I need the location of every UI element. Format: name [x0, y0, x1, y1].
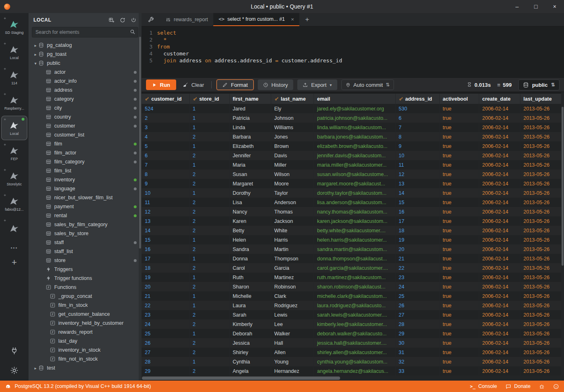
cell-create-date[interactable]: 2006-02-14	[479, 244, 520, 254]
cell-activebool[interactable]: true	[439, 244, 479, 254]
cell-last-name[interactable]: Hernandez	[271, 366, 314, 376]
cell-last-update[interactable]: 2013-05-26	[520, 151, 561, 160]
cell-store-id[interactable]: 2	[189, 216, 229, 226]
cell-create-date[interactable]: 2006-02-14	[479, 235, 520, 244]
cell-last-update[interactable]: 2013-05-26	[520, 348, 561, 357]
cell-address-id[interactable]: 9	[395, 141, 439, 151]
tree-item-film-actor[interactable]: film_actor	[29, 148, 142, 157]
column-header-customer-id[interactable]: customer_id	[142, 94, 189, 104]
cell-email[interactable]: betty.white@sakilacustomer....	[314, 226, 395, 235]
cell-last-update[interactable]: 2013-05-26	[520, 104, 561, 113]
cell-first-name[interactable]: Michelle	[229, 291, 271, 301]
cell-activebool[interactable]: true	[439, 338, 479, 348]
plugin-icon[interactable]	[10, 346, 19, 355]
cell-last-update[interactable]: 2013-05-26	[520, 179, 561, 188]
sidebar-scrollbar-thumb[interactable]	[139, 37, 141, 249]
cell-last-name[interactable]: Jones	[271, 132, 314, 141]
cell-store-id[interactable]: 2	[189, 244, 229, 254]
cell-email[interactable]: karen.jackson@sakilacustom...	[314, 216, 395, 226]
cell-last-name[interactable]: Anderson	[271, 198, 314, 207]
cell-address-id[interactable]: 10	[395, 151, 439, 160]
sql-code[interactable]: select *from customer join address on ad…	[157, 29, 564, 77]
tree-item-address[interactable]: address	[29, 86, 142, 95]
settings-gear-icon[interactable]	[10, 366, 19, 375]
results-horizontal-scrollbar[interactable]	[142, 376, 564, 381]
cell-first-name[interactable]: Jennifer	[229, 151, 271, 160]
cell-last-update[interactable]: 2013-05-26	[520, 319, 561, 329]
cell-activebool[interactable]: true	[439, 198, 479, 207]
cell-activebool[interactable]: true	[439, 319, 479, 329]
cell-last-update[interactable]: 2013-05-26	[520, 291, 561, 301]
cell-create-date[interactable]: 2006-02-14	[479, 310, 520, 319]
cell-email[interactable]: helen.harris@sakilacustomer...	[314, 235, 395, 244]
cell-address-id[interactable]: 14	[395, 188, 439, 198]
cell-address-id[interactable]: 23	[395, 273, 439, 282]
cell-first-name[interactable]: Patricia	[229, 113, 271, 123]
close-tab-icon[interactable]: ×	[291, 16, 294, 22]
cell-last-update[interactable]: 2013-05-26	[520, 357, 561, 366]
cell-create-date[interactable]: 2006-02-14	[479, 282, 520, 291]
cell-last-name[interactable]: Rodriguez	[271, 301, 314, 310]
cell-customer-id[interactable]: 22	[142, 301, 189, 310]
maximize-button[interactable]: □	[526, 0, 545, 13]
cell-email[interactable]: michelle.clark@sakilacustom...	[314, 291, 395, 301]
cell-email[interactable]: sandra.martin@sakilacustom...	[314, 244, 395, 254]
cell-last-name[interactable]: Miller	[271, 160, 314, 170]
tree-item-rental[interactable]: rental	[29, 211, 142, 220]
cell-create-date[interactable]: 2006-02-14	[479, 263, 520, 273]
cell-activebool[interactable]: true	[439, 263, 479, 273]
cell-activebool[interactable]: true	[439, 235, 479, 244]
cell-store-id[interactable]: 1	[189, 188, 229, 198]
cell-last-name[interactable]: White	[271, 226, 314, 235]
cell-activebool[interactable]: true	[439, 273, 479, 282]
tree-item-film-in-stock[interactable]: film_in_stock	[29, 301, 142, 310]
cell-email[interactable]: jessica.hall@sakilacustomer....	[314, 338, 395, 348]
column-header-activebool[interactable]: activebool	[439, 94, 479, 104]
cell-first-name[interactable]: Dorothy	[229, 188, 271, 198]
cell-last-name[interactable]: Thomas	[271, 207, 314, 216]
tree-item-customer[interactable]: customer	[29, 121, 142, 130]
cell-create-date[interactable]: 2006-02-14	[479, 179, 520, 188]
results-vertical-scrollbar-thumb[interactable]	[562, 107, 564, 266]
connection-item-114[interactable]: 114	[1, 65, 27, 90]
tree-item-sales-by-film-category[interactable]: sales_by_film_category	[29, 220, 142, 229]
cell-address-id[interactable]: 28	[395, 319, 439, 329]
cell-first-name[interactable]: Linda	[229, 123, 271, 132]
connection-item-item[interactable]	[1, 217, 27, 241]
tree-item-actor[interactable]: actor	[29, 68, 142, 77]
cell-store-id[interactable]: 1	[189, 235, 229, 244]
cell-first-name[interactable]: Angela	[229, 366, 271, 376]
cell-first-name[interactable]: Donna	[229, 254, 271, 263]
cell-last-name[interactable]: Davis	[271, 151, 314, 160]
cell-activebool[interactable]: true	[439, 366, 479, 376]
cell-create-date[interactable]: 2006-02-14	[479, 366, 520, 376]
cell-customer-id[interactable]: 16	[142, 244, 189, 254]
cell-last-update[interactable]: 2013-05-26	[520, 132, 561, 141]
console-button[interactable]: >_ Console	[470, 383, 497, 389]
cell-create-date[interactable]: 2006-02-14	[479, 170, 520, 179]
cell-email[interactable]: jennifer.davis@sakilacustom...	[314, 151, 395, 160]
tab-select-from-custom-1[interactable]: <>select * from custom... #1×	[213, 13, 299, 26]
connection-item-local[interactable]: Local	[1, 116, 27, 140]
cell-first-name[interactable]: Laura	[229, 301, 271, 310]
cell-last-update[interactable]: 2013-05-26	[520, 113, 561, 123]
cell-store-id[interactable]: 2	[189, 263, 229, 273]
tree-item-film-category[interactable]: film_category	[29, 157, 142, 166]
cell-first-name[interactable]: Lisa	[229, 198, 271, 207]
cell-last-update[interactable]: 2013-05-26	[520, 188, 561, 198]
cell-store-id[interactable]: 1	[189, 291, 229, 301]
cell-email[interactable]: kimberly.lee@sakilacustomer...	[314, 319, 395, 329]
cell-activebool[interactable]: true	[439, 301, 479, 310]
cell-last-update[interactable]: 2013-05-26	[520, 141, 561, 151]
cell-email[interactable]: dorothy.taylor@sakilacustom...	[314, 188, 395, 198]
cell-store-id[interactable]: 2	[189, 207, 229, 216]
chevron-right-icon[interactable]: ▸	[33, 52, 38, 57]
cell-last-name[interactable]: Williams	[271, 123, 314, 132]
cell-store-id[interactable]: 2	[189, 226, 229, 235]
tree-item-inventory-held-by-customer[interactable]: inventory_held_by_customer	[29, 319, 142, 328]
schema-select[interactable]: public ⇅	[518, 79, 560, 90]
cell-email[interactable]: nancy.thomas@sakilacustom...	[314, 207, 395, 216]
cell-email[interactable]: sharon.robinson@sakilacust...	[314, 282, 395, 291]
cell-customer-id[interactable]: 17	[142, 254, 189, 263]
cell-address-id[interactable]: 530	[395, 104, 439, 113]
